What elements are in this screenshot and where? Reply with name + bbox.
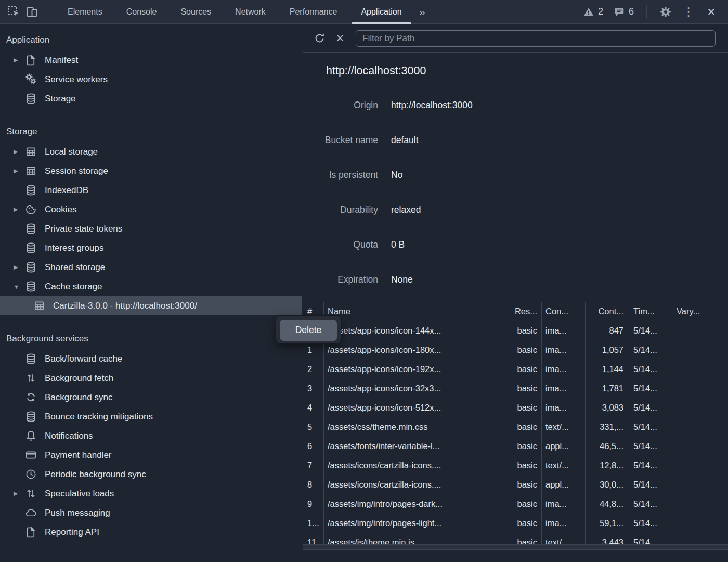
database-icon: [25, 411, 38, 423]
table-row[interactable]: 5 /assets/css/theme.min.css basic text/.…: [303, 417, 728, 437]
tree-item-storage[interactable]: Storage: [0, 89, 302, 108]
table-icon: [25, 165, 38, 177]
detail-value: default: [391, 135, 419, 146]
close-icon[interactable]: ✕: [702, 0, 721, 24]
bucket-details: Origin http://localhost:3000 Bucket name…: [303, 88, 728, 297]
tree-item-notifications[interactable]: Notifications: [0, 426, 302, 445]
table-row[interactable]: 3 /assets/app-icons/icon-32x3... basic i…: [303, 379, 728, 398]
table-row-partial[interactable]: 11 /assets/js/theme.min.js basic text/..…: [303, 533, 728, 544]
collapse-down-icon[interactable]: ▼: [14, 284, 25, 290]
table-row[interactable]: 0 /assets/app-icons/icon-144x... basic i…: [303, 321, 728, 340]
col-header-content-type[interactable]: Con...: [542, 302, 586, 321]
tab-network[interactable]: Network: [223, 0, 278, 24]
refresh-icon[interactable]: [311, 30, 328, 47]
expand-right-icon[interactable]: ▶: [14, 57, 25, 63]
cache-entries-table: # Name Res... Con... Cont... Tim... Vary…: [303, 302, 728, 544]
col-header-name[interactable]: Name: [324, 302, 499, 321]
expand-right-icon[interactable]: ▶: [14, 490, 25, 497]
tree-item-push-messaging[interactable]: Push messaging: [0, 503, 302, 522]
tree-item-cache-storage[interactable]: ▼ Cache storage: [0, 277, 302, 296]
detail-label: Bucket name: [303, 135, 378, 146]
col-header-response-type[interactable]: Res...: [499, 302, 542, 321]
tree-item-manifest[interactable]: ▶ Manifest: [0, 50, 302, 70]
filter-by-path-input[interactable]: [356, 30, 716, 47]
tree-item-private-state-tokens[interactable]: Private state tokens: [0, 219, 302, 238]
clock-icon: [25, 468, 38, 481]
inspect-element-icon[interactable]: [4, 0, 23, 24]
expand-right-icon[interactable]: ▶: [14, 264, 25, 271]
tree-item-label: Reporting API: [45, 527, 99, 538]
tree-item-label: Session storage: [45, 166, 108, 176]
tree-item-label: Back/forward cache: [45, 354, 122, 364]
panel-splitter[interactable]: [303, 544, 728, 550]
tab-elements[interactable]: Elements: [56, 0, 114, 24]
detail-row-origin: Origin http://localhost:3000: [303, 88, 728, 123]
table-row[interactable]: 4 /assets/app-icons/icon-512x... basic i…: [303, 398, 728, 417]
table-row[interactable]: 7 /assets/icons/cartzilla-icons.... basi…: [303, 456, 728, 475]
database-icon: [25, 93, 38, 105]
tree-item-cartzilla-cache[interactable]: Cartzilla-3.0.0 - http://localhost:3000/: [0, 296, 302, 315]
updown-arrows-icon: [25, 372, 38, 385]
cache-storage-panel: ✕ http://localhost:3000 Origin http://lo…: [303, 24, 728, 562]
tree-item-background-fetch[interactable]: Background fetch: [0, 368, 302, 388]
clear-icon[interactable]: ✕: [332, 30, 348, 47]
database-icon: [25, 242, 38, 254]
table-row[interactable]: 9 /assets/img/intro/pages-dark... basic …: [303, 494, 728, 514]
tree-item-cookies[interactable]: ▶ Cookies: [0, 200, 302, 219]
settings-gear-icon[interactable]: [656, 0, 675, 24]
table-row[interactable]: 1 /assets/app-icons/icon-180x... basic i…: [303, 340, 728, 360]
context-menu: Delete: [276, 315, 341, 344]
tree-item-back-forward-cache[interactable]: Back/forward cache: [0, 349, 302, 368]
console-messages-icon: [614, 6, 625, 18]
tree-item-speculative-loads[interactable]: ▶ Speculative loads: [0, 484, 302, 503]
tab-console[interactable]: Console: [114, 0, 169, 24]
detail-value: http://localhost:3000: [391, 100, 473, 111]
detail-value: 0 B: [391, 239, 405, 250]
tree-item-label: Service workers: [45, 74, 108, 85]
kebab-menu-icon[interactable]: ⋮: [679, 0, 698, 24]
tree-item-reporting-api[interactable]: Reporting API: [0, 522, 302, 542]
tree-item-periodic-background-sync[interactable]: Periodic background sync: [0, 465, 302, 484]
tree-item-indexeddb[interactable]: IndexedDB: [0, 181, 302, 200]
tab-performance[interactable]: Performance: [278, 0, 349, 24]
tree-item-local-storage[interactable]: ▶ Local storage: [0, 142, 302, 161]
col-header-vary-header[interactable]: Vary...: [672, 302, 728, 321]
warnings-counter[interactable]: 2: [580, 6, 606, 18]
tree-item-label: Cartzilla-3.0.0 - http://localhost:3000/: [53, 301, 197, 311]
table-row[interactable]: 2 /assets/app-icons/icon-192x... basic i…: [303, 360, 728, 379]
tab-application[interactable]: Application: [349, 0, 413, 24]
tree-item-service-workers[interactable]: Service workers: [0, 70, 302, 89]
tree-item-label: Bounce tracking mitigations: [45, 412, 153, 422]
table-row[interactable]: 8 /assets/icons/cartzilla-icons.... basi…: [303, 475, 728, 494]
tree-item-bounce-tracking[interactable]: Bounce tracking mitigations: [0, 407, 302, 426]
messages-counter[interactable]: 6: [610, 6, 637, 18]
expand-right-icon[interactable]: ▶: [14, 206, 25, 213]
tab-sources[interactable]: Sources: [168, 0, 223, 24]
context-menu-delete[interactable]: Delete: [280, 320, 337, 341]
tree-item-shared-storage[interactable]: ▶ Shared storage: [0, 258, 302, 277]
tree-item-payment-handler[interactable]: Payment handler: [0, 445, 302, 465]
detail-row-quota: Quota 0 B: [303, 227, 728, 262]
tree-item-session-storage[interactable]: ▶ Session storage: [0, 161, 302, 181]
warning-icon: [583, 6, 594, 18]
tree-item-label: Background sync: [45, 392, 112, 403]
database-icon: [25, 280, 38, 293]
tree-item-label: Push messaging: [45, 508, 110, 518]
tree-item-label: Shared storage: [45, 262, 105, 273]
application-sidebar: Application ▶ Manifest Service workers S…: [0, 24, 302, 562]
col-header-content-length[interactable]: Cont...: [586, 302, 629, 321]
expand-right-icon[interactable]: ▶: [14, 168, 25, 174]
bell-icon: [25, 430, 38, 442]
section-title: Storage: [0, 124, 302, 142]
tree-item-background-sync[interactable]: Background sync: [0, 388, 302, 407]
device-toolbar-icon[interactable]: [23, 0, 42, 24]
tree-item-interest-groups[interactable]: Interest groups: [0, 238, 302, 258]
expand-right-icon[interactable]: ▶: [14, 148, 25, 155]
tree-item-label: Interest groups: [45, 243, 103, 253]
table-row[interactable]: 6 /assets/fonts/inter-variable-l... basi…: [303, 437, 728, 456]
table-row[interactable]: 1... /assets/img/intro/pages-light... ba…: [303, 514, 728, 533]
section-title: Application: [0, 33, 302, 50]
more-tabs-icon[interactable]: »: [414, 1, 431, 23]
entry-preview-pane: [303, 550, 728, 562]
col-header-time-cached[interactable]: Tim...: [629, 302, 672, 321]
